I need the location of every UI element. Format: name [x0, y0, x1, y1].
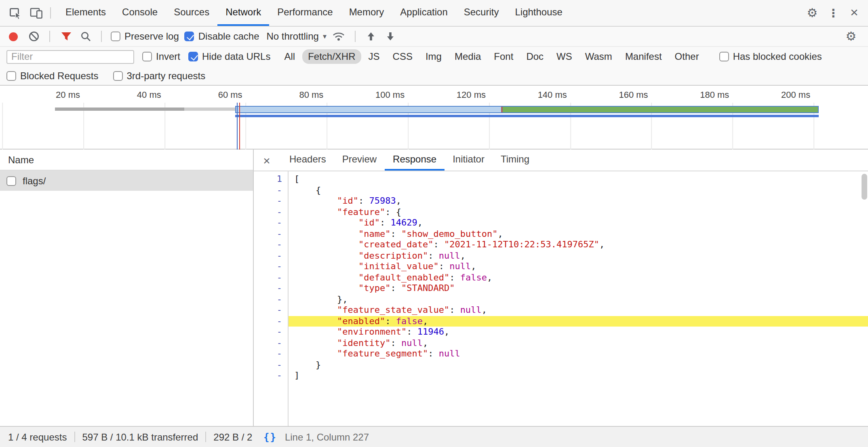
export-har-icon[interactable]	[384, 30, 398, 43]
timeline-label: 20 ms	[56, 90, 80, 99]
settings-gear-icon[interactable]: ⚙	[802, 2, 823, 23]
device-toolbar-glyph	[30, 6, 43, 19]
detail-tab-response[interactable]: Response	[385, 150, 445, 171]
arrow-up-glyph	[367, 32, 376, 41]
divider	[50, 7, 51, 19]
network-settings-gear-icon[interactable]: ⚙	[841, 26, 862, 47]
filter-type-wasm[interactable]: Wasm	[579, 49, 618, 64]
code-line: - "identity": null,	[254, 337, 868, 348]
code-line: 1[	[254, 174, 868, 185]
network-filter-bar: Invert Hide data URLs AllFetch/XHRJSCSSI…	[0, 47, 868, 66]
detail-tab-headers[interactable]: Headers	[281, 150, 334, 171]
tab-network[interactable]: Network	[217, 0, 269, 26]
throttling-dropdown[interactable]: No throttling ▾	[267, 31, 327, 42]
close-detail-icon[interactable]: ×	[257, 150, 276, 171]
record-button[interactable]	[9, 32, 18, 41]
device-toolbar-icon[interactable]	[26, 2, 47, 23]
response-status: {} Line 1, Column 227	[254, 431, 369, 443]
devtools-tabbar: ElementsConsoleSourcesNetworkPerformance…	[0, 0, 868, 27]
filter-type-manifest[interactable]: Manifest	[619, 49, 668, 64]
filter-type-font[interactable]: Font	[488, 49, 519, 64]
filter-type-media[interactable]: Media	[449, 49, 487, 64]
hide-data-urls-checkbox[interactable]: Hide data URLs	[188, 51, 270, 62]
filter-type-img[interactable]: Img	[420, 49, 447, 64]
code-line: - }	[254, 359, 868, 370]
filter-type-fetch-xhr[interactable]: Fetch/XHR	[302, 49, 361, 64]
filter-type-doc[interactable]: Doc	[520, 49, 549, 64]
kebab-menu-icon[interactable]: ⋮	[823, 2, 844, 23]
line-text: "environment": 11946,	[289, 327, 868, 337]
tab-performance[interactable]: Performance	[269, 0, 341, 26]
detail-tab-preview[interactable]: Preview	[334, 150, 385, 171]
tab-elements[interactable]: Elements	[57, 0, 114, 26]
timeline-label: 60 ms	[218, 90, 242, 99]
code-line: - "id": 75983,	[254, 196, 868, 207]
checkbox-unchecked	[6, 71, 16, 80]
code-line: - "type": "STANDARD"	[254, 283, 868, 294]
line-number: -	[254, 337, 289, 348]
network-summary: 1 / 4 requests597 B / 10.1 kB transferre…	[0, 431, 254, 443]
line-text: "initial_value": null,	[289, 261, 868, 272]
network-main: Name flags/ × HeadersPreviewResponseInit…	[0, 150, 868, 426]
code-line: - "created_date": "2021-11-12T10:22:53.4…	[254, 239, 868, 250]
pretty-print-icon[interactable]: {}	[263, 431, 277, 443]
load-event-line	[239, 103, 240, 150]
filter-type-ws[interactable]: WS	[551, 49, 578, 64]
third-party-requests-checkbox[interactable]: 3rd-party requests	[113, 70, 205, 81]
line-text: "feature": {	[289, 207, 868, 217]
blocked-requests-checkbox[interactable]: Blocked Requests	[6, 70, 98, 81]
code-line: - "id": 14629,	[254, 217, 868, 228]
blocked-requests-label: Blocked Requests	[20, 70, 98, 81]
import-har-icon[interactable]	[364, 30, 378, 43]
filter-type-css[interactable]: CSS	[387, 49, 418, 64]
code-line: - "description": null,	[254, 250, 868, 261]
inspect-element-icon[interactable]	[5, 2, 26, 23]
detail-tab-initiator[interactable]: Initiator	[445, 150, 493, 171]
tab-sources[interactable]: Sources	[166, 0, 217, 26]
request-row-flags[interactable]: flags/	[0, 171, 253, 191]
invert-checkbox[interactable]: Invert	[142, 51, 180, 62]
devtools-window: ElementsConsoleSourcesNetworkPerformance…	[0, 0, 868, 447]
clear-glyph	[28, 31, 39, 42]
disable-cache-checkbox[interactable]: Disable cache	[185, 31, 259, 42]
code-line: - "environment": 11946,	[254, 327, 868, 337]
name-column-header[interactable]: Name	[0, 150, 253, 171]
tab-console[interactable]: Console	[114, 0, 166, 26]
divider	[74, 432, 75, 442]
filter-type-all[interactable]: All	[278, 49, 301, 64]
tab-lighthouse[interactable]: Lighthouse	[507, 0, 570, 26]
line-text: "created_date": "2021-11-12T10:22:53.419…	[289, 239, 868, 250]
network-filter-row-2: Blocked Requests 3rd-party requests	[0, 66, 868, 86]
detail-tab-timing[interactable]: Timing	[493, 150, 537, 171]
tab-application[interactable]: Application	[392, 0, 455, 26]
filter-type-other[interactable]: Other	[669, 49, 705, 64]
scrollbar-thumb[interactable]	[862, 174, 867, 200]
timeline-label: 80 ms	[299, 90, 323, 99]
divider	[101, 31, 102, 42]
code-line: - "default_enabled": false,	[254, 272, 868, 283]
timeline-label: 100 ms	[375, 90, 405, 99]
network-filter-input[interactable]	[6, 50, 134, 63]
filter-type-js[interactable]: JS	[363, 49, 386, 64]
tab-security[interactable]: Security	[456, 0, 507, 26]
arrow-down-glyph	[386, 32, 396, 41]
inspect-element-glyph	[9, 6, 22, 19]
close-devtools-icon[interactable]: ×	[844, 2, 865, 23]
search-icon[interactable]	[78, 30, 92, 43]
divider	[205, 432, 206, 442]
line-number: -	[254, 272, 289, 283]
network-conditions-icon[interactable]	[332, 30, 346, 43]
checkbox-unchecked	[113, 71, 122, 80]
code-line: - },	[254, 294, 868, 305]
tab-memory[interactable]: Memory	[341, 0, 392, 26]
clear-icon[interactable]	[27, 30, 40, 43]
timeline-overview[interactable]: 20 ms40 ms60 ms80 ms100 ms120 ms140 ms16…	[0, 86, 868, 150]
selected-request-bar	[235, 106, 819, 113]
filter-funnel-icon[interactable]	[59, 30, 73, 43]
response-code-view[interactable]: 1[- {- "id": 75983,- "feature": {- "id":…	[254, 171, 868, 426]
line-number: -	[254, 327, 289, 337]
line-number: -	[254, 283, 289, 294]
request-checkbox[interactable]	[6, 176, 16, 186]
has-blocked-cookies-checkbox[interactable]: Has blocked cookies	[719, 51, 822, 62]
preserve-log-checkbox[interactable]: Preserve log	[111, 31, 179, 42]
